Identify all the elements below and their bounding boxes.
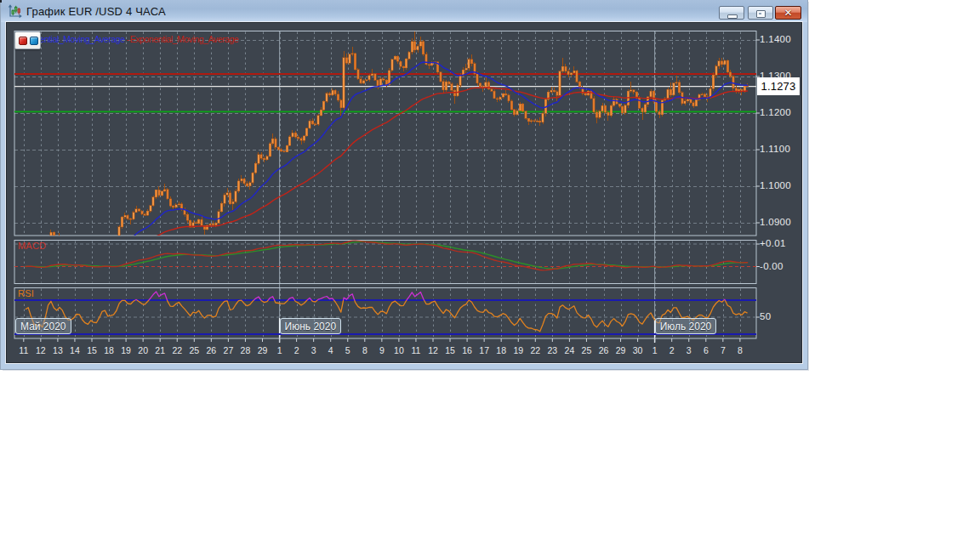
date-label: 21 xyxy=(151,345,169,355)
macd-line xyxy=(26,241,748,270)
legend-separator: - xyxy=(127,34,130,44)
date-label: 1 xyxy=(271,345,289,355)
date-label: 11 xyxy=(14,345,33,355)
rsi-panel-label: RSI xyxy=(18,288,34,298)
date-label: 13 xyxy=(48,345,67,355)
price-axis-label: 1.1400 xyxy=(760,34,791,44)
legend-chip-box xyxy=(14,31,41,49)
macd-axis-label: +0.01 xyxy=(760,238,786,248)
price-axis-label: 1.0900 xyxy=(760,217,791,227)
macd-axis-label: -0.00 xyxy=(760,261,783,271)
date-label: 19 xyxy=(509,345,527,355)
maximize-button[interactable] xyxy=(748,6,773,20)
date-label: 26 xyxy=(202,345,220,355)
date-label: 9 xyxy=(373,345,391,355)
date-label: 1 xyxy=(646,345,664,355)
macd-panel-label: MACD xyxy=(18,241,46,251)
rsi-line xyxy=(26,292,748,332)
date-label: 7 xyxy=(714,345,732,355)
price-axis-label: 1.1000 xyxy=(760,180,791,190)
date-label: 6 xyxy=(697,345,715,355)
minimize-button[interactable] xyxy=(719,6,744,20)
date-label: 17 xyxy=(475,345,493,355)
rsi-levels xyxy=(14,300,756,334)
date-label: 29 xyxy=(254,345,272,355)
close-button[interactable]: ✕ xyxy=(775,6,801,20)
date-label: 19 xyxy=(117,345,135,355)
date-label: 26 xyxy=(595,345,613,355)
window-title: График EUR /USD 4 ЧАСА xyxy=(26,0,166,22)
close-icon: ✕ xyxy=(776,8,801,19)
price-axis-label: 1.1100 xyxy=(760,144,790,154)
gridlines xyxy=(14,32,756,338)
date-label: 2 xyxy=(288,345,306,355)
date-label: 30 xyxy=(629,345,647,355)
date-label: 14 xyxy=(66,345,84,355)
date-label: 5 xyxy=(339,345,357,355)
date-label: 20 xyxy=(134,345,152,355)
title-bar[interactable]: График EUR /USD 4 ЧАСА ✕ xyxy=(1,0,807,22)
legend-color-chip-blue[interactable] xyxy=(30,37,38,45)
desktop: График EUR /USD 4 ЧАСА ✕ Exponential_Mov… xyxy=(0,0,980,551)
window-icon xyxy=(8,4,22,19)
date-label: 2 xyxy=(663,345,681,355)
date-label: 29 xyxy=(612,345,630,355)
date-label: 12 xyxy=(424,345,442,355)
rsi-axis-label: 50 xyxy=(760,311,771,321)
price-axis-label: 1.1200 xyxy=(760,107,791,117)
ema-fast-line xyxy=(26,62,748,257)
axis-ticks xyxy=(24,40,760,342)
month-label: Июль 2020 xyxy=(655,318,717,334)
date-label: 3 xyxy=(305,345,323,355)
date-label: 12 xyxy=(31,345,50,355)
legend-ema-slow-label: Exponential_Moving_Average xyxy=(130,34,239,44)
date-label: 24 xyxy=(560,345,578,355)
month-label: Июнь 2020 xyxy=(280,318,342,334)
date-label: 23 xyxy=(543,345,561,355)
date-label: 8 xyxy=(731,345,749,355)
date-label: 18 xyxy=(492,345,510,355)
date-label: 4 xyxy=(322,345,340,355)
date-label: 11 xyxy=(407,345,425,355)
date-label: 16 xyxy=(458,345,476,355)
date-label: 10 xyxy=(390,345,408,355)
date-label: 27 xyxy=(219,345,237,355)
minimize-icon xyxy=(727,14,738,19)
date-label: 22 xyxy=(526,345,544,355)
date-label: 22 xyxy=(168,345,186,355)
month-label: Май 2020 xyxy=(15,318,71,334)
date-label: 15 xyxy=(83,345,101,355)
macd-levels xyxy=(14,244,756,267)
chart-canvas[interactable] xyxy=(6,22,802,363)
date-label: 25 xyxy=(577,345,595,355)
date-label: 8 xyxy=(356,345,374,355)
current-price-box: 1.1273 xyxy=(757,77,800,95)
date-label: 18 xyxy=(100,345,118,355)
date-label: 3 xyxy=(680,345,698,355)
date-label: 15 xyxy=(441,345,459,355)
date-label: 28 xyxy=(236,345,254,355)
macd-signal-line xyxy=(26,241,748,269)
maximize-icon xyxy=(756,10,766,18)
date-label: 25 xyxy=(185,345,203,355)
legend-color-chip-red[interactable] xyxy=(19,37,27,45)
screen-corner-artifact xyxy=(0,0,2,3)
